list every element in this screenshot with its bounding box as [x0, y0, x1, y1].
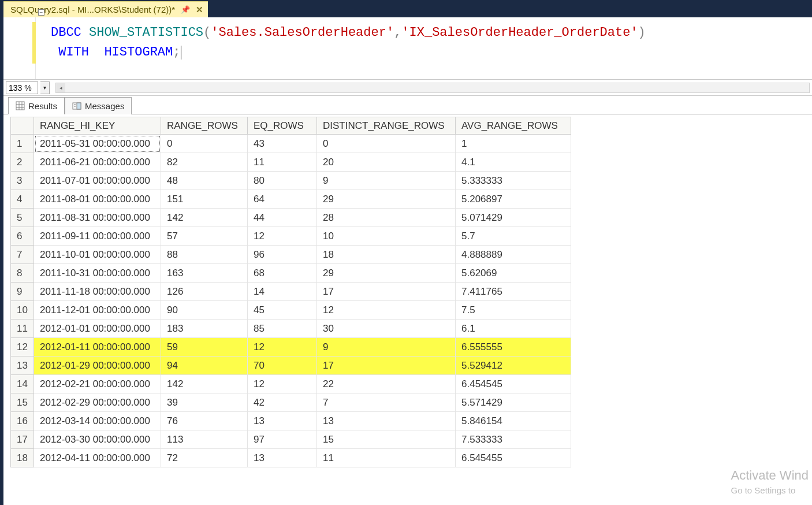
- cell[interactable]: 5.333333: [456, 172, 571, 190]
- cell[interactable]: 2012-02-29 00:00:00.000: [34, 393, 161, 412]
- cell[interactable]: 2011-12-01 00:00:00.000: [34, 301, 161, 320]
- cell[interactable]: 88: [161, 246, 248, 264]
- row-number[interactable]: 6: [11, 227, 34, 246]
- fold-collapse-icon[interactable]: −: [38, 9, 44, 16]
- cell[interactable]: 2012-01-01 00:00:00.000: [34, 320, 161, 338]
- cell[interactable]: 20: [317, 153, 456, 172]
- cell[interactable]: 76: [161, 412, 248, 430]
- sql-editor[interactable]: − DBCC SHOW_STATISTICS('Sales.SalesOrder…: [3, 17, 812, 80]
- cell[interactable]: 2011-07-01 00:00:00.000: [34, 172, 161, 190]
- table-row[interactable]: 62011-09-11 00:00:00.0005712105.7: [11, 227, 571, 246]
- cell[interactable]: 7.533333: [456, 430, 571, 449]
- editor-content[interactable]: DBCC SHOW_STATISTICS('Sales.SalesOrderHe…: [36, 17, 812, 79]
- table-row[interactable]: 182012-04-11 00:00:00.0007213116.545455: [11, 449, 571, 467]
- cell[interactable]: 5.7: [456, 227, 571, 246]
- table-row[interactable]: 92011-11-18 00:00:00.00012614177.411765: [11, 283, 571, 301]
- cell[interactable]: 7.411765: [456, 283, 571, 301]
- cell[interactable]: 12: [248, 375, 317, 393]
- cell[interactable]: 6.1: [456, 320, 571, 338]
- cell[interactable]: 17: [317, 357, 456, 375]
- cell[interactable]: 183: [161, 320, 248, 338]
- cell[interactable]: 5.571429: [456, 393, 571, 412]
- cell[interactable]: 90: [161, 301, 248, 320]
- row-number[interactable]: 2: [11, 153, 34, 172]
- cell[interactable]: 5.846154: [456, 412, 571, 430]
- cell[interactable]: 2011-10-31 00:00:00.000: [34, 264, 161, 283]
- table-row[interactable]: 142012-02-21 00:00:00.00014212226.454545: [11, 375, 571, 393]
- col-range-hi-key[interactable]: RANGE_HI_KEY: [34, 117, 161, 135]
- row-number[interactable]: 4: [11, 190, 34, 209]
- tab-results[interactable]: Results: [8, 97, 65, 114]
- cell[interactable]: 2011-06-21 00:00:00.000: [34, 153, 161, 172]
- cell[interactable]: 30: [317, 320, 456, 338]
- tab-messages[interactable]: Messages: [65, 97, 132, 114]
- close-icon[interactable]: ✕: [196, 2, 203, 18]
- cell[interactable]: 7: [317, 393, 456, 412]
- cell[interactable]: 11: [317, 449, 456, 467]
- cell[interactable]: 11: [248, 153, 317, 172]
- cell[interactable]: 12: [248, 227, 317, 246]
- cell[interactable]: 85: [248, 320, 317, 338]
- table-row[interactable]: 82011-10-31 00:00:00.00016368295.62069: [11, 264, 571, 283]
- cell[interactable]: 142: [161, 209, 248, 227]
- cell[interactable]: 0: [317, 135, 456, 153]
- cell[interactable]: 80: [248, 172, 317, 190]
- row-number[interactable]: 7: [11, 246, 34, 264]
- cell[interactable]: 113: [161, 430, 248, 449]
- cell[interactable]: 45: [248, 301, 317, 320]
- scroll-left-icon[interactable]: ◂: [56, 83, 65, 92]
- table-row[interactable]: 122012-01-11 00:00:00.000591296.555555: [11, 338, 571, 357]
- cell[interactable]: 15: [317, 430, 456, 449]
- cell[interactable]: 2012-03-14 00:00:00.000: [34, 412, 161, 430]
- table-row[interactable]: 12011-05-31 00:00:00.00004301: [11, 135, 571, 153]
- file-tab-active[interactable]: SQLQuery2.sql - MI...ORKS\Student (72))*…: [3, 1, 208, 17]
- cell[interactable]: 29: [317, 190, 456, 209]
- cell[interactable]: 0: [161, 135, 248, 153]
- cell[interactable]: 1: [456, 135, 571, 153]
- cell[interactable]: 9: [317, 338, 456, 357]
- cell[interactable]: 70: [248, 357, 317, 375]
- cell[interactable]: 18: [317, 246, 456, 264]
- cell[interactable]: 4.888889: [456, 246, 571, 264]
- table-row[interactable]: 32011-07-01 00:00:00.000488095.333333: [11, 172, 571, 190]
- cell[interactable]: 12: [317, 301, 456, 320]
- cell[interactable]: 28: [317, 209, 456, 227]
- cell[interactable]: 2012-02-21 00:00:00.000: [34, 375, 161, 393]
- cell[interactable]: 42: [248, 393, 317, 412]
- row-number[interactable]: 1: [11, 135, 34, 153]
- cell[interactable]: 5.206897: [456, 190, 571, 209]
- cell[interactable]: 96: [248, 246, 317, 264]
- cell[interactable]: 5.62069: [456, 264, 571, 283]
- row-number[interactable]: 18: [11, 449, 34, 467]
- cell[interactable]: 6.545455: [456, 449, 571, 467]
- horizontal-scrollbar[interactable]: ◂: [55, 83, 810, 93]
- cell[interactable]: 13: [317, 412, 456, 430]
- cell[interactable]: 12: [248, 338, 317, 357]
- cell[interactable]: 4.1: [456, 153, 571, 172]
- cell[interactable]: 22: [317, 375, 456, 393]
- cell[interactable]: 44: [248, 209, 317, 227]
- cell[interactable]: 7.5: [456, 301, 571, 320]
- table-row[interactable]: 132012-01-29 00:00:00.0009470175.529412: [11, 357, 571, 375]
- cell[interactable]: 82: [161, 153, 248, 172]
- cell[interactable]: 2011-08-01 00:00:00.000: [34, 190, 161, 209]
- row-number[interactable]: 9: [11, 283, 34, 301]
- cell[interactable]: 5.071429: [456, 209, 571, 227]
- cell[interactable]: 126: [161, 283, 248, 301]
- row-number[interactable]: 12: [11, 338, 34, 357]
- row-number[interactable]: 5: [11, 209, 34, 227]
- cell[interactable]: 72: [161, 449, 248, 467]
- cell[interactable]: 97: [248, 430, 317, 449]
- col-range-rows[interactable]: RANGE_ROWS: [161, 117, 248, 135]
- row-number[interactable]: 15: [11, 393, 34, 412]
- cell[interactable]: 39: [161, 393, 248, 412]
- row-number[interactable]: 3: [11, 172, 34, 190]
- cell[interactable]: 6.555555: [456, 338, 571, 357]
- cell[interactable]: 13: [248, 449, 317, 467]
- col-distinct-range-rows[interactable]: DISTINCT_RANGE_ROWS: [317, 117, 456, 135]
- zoom-dropdown-icon[interactable]: ▾: [40, 81, 50, 94]
- cell[interactable]: 68: [248, 264, 317, 283]
- col-avg-range-rows[interactable]: AVG_RANGE_ROWS: [456, 117, 571, 135]
- cell[interactable]: 9: [317, 172, 456, 190]
- cell[interactable]: 64: [248, 190, 317, 209]
